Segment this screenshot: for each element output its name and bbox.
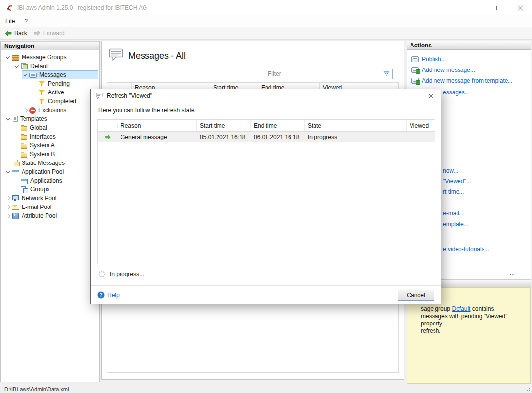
sidebar-item-system-a[interactable]: System A <box>13 141 98 150</box>
sidebar-item-interfaces[interactable]: Interfaces <box>13 132 98 141</box>
navigation-header: Navigation <box>1 41 99 50</box>
sidebar-item-pending[interactable]: Pending <box>30 79 98 88</box>
attribute-pool-icon <box>12 212 19 219</box>
help-icon: ? <box>97 291 105 299</box>
action-label: Add new message... <box>422 67 475 73</box>
column-start-time[interactable]: Start time <box>197 120 251 131</box>
chevron-spacer <box>13 124 21 132</box>
sidebar-item-applications[interactable]: Applications <box>13 176 98 185</box>
cell-reason: General message <box>118 133 197 141</box>
chevron-down-icon[interactable] <box>4 168 12 176</box>
forward-button[interactable]: Forward <box>31 28 69 39</box>
chevron-right-icon[interactable] <box>22 106 29 114</box>
minimize-button[interactable] <box>465 1 487 15</box>
cell-viewed <box>407 136 435 138</box>
action-fragment-messages[interactable]: essages... <box>443 89 470 96</box>
message-groups-icon <box>12 55 19 61</box>
sidebar-item-label: Templates <box>20 116 47 122</box>
column-icon[interactable] <box>98 124 118 128</box>
chevron-down-icon[interactable] <box>4 53 12 61</box>
network-pool-icon <box>12 195 19 202</box>
sidebar-item-groups[interactable]: Groups <box>13 185 98 194</box>
action-label: Add new message from template... <box>422 77 512 84</box>
action-fragment-viewed[interactable]: "Viewed"... <box>443 178 471 185</box>
publish-icon <box>411 56 419 62</box>
chevron-right-icon[interactable] <box>4 203 12 211</box>
dialog-title-bar[interactable]: Refresh "Viewed" <box>91 89 441 103</box>
messages-icon <box>29 73 37 78</box>
column-reason[interactable]: Reason <box>118 120 197 131</box>
chevron-right-icon[interactable] <box>4 212 12 220</box>
sidebar-item-default[interactable]: Default <box>13 62 98 70</box>
chevron-spacer <box>30 97 38 105</box>
sidebar-item-application-pool[interactable]: Application Pool <box>4 167 98 176</box>
column-state[interactable]: State <box>305 120 407 131</box>
maximize-button[interactable] <box>487 1 509 15</box>
help-link[interactable]: ? Help <box>97 291 120 299</box>
column-end-time[interactable]: End time <box>251 120 305 131</box>
folder-icon <box>21 126 27 131</box>
resize-grip[interactable] <box>529 390 530 391</box>
sidebar-item-messages[interactable]: Messages <box>22 70 98 79</box>
action-publish[interactable]: Publish... <box>407 54 531 65</box>
action-fragment-start-time[interactable]: rt time... <box>443 188 464 195</box>
app-icon <box>5 4 13 12</box>
info-text-line2: messages with pending "Viewed" property <box>421 313 524 327</box>
email-pool-icon <box>12 204 19 210</box>
action-fragment-ellipsis[interactable]: ... <box>510 269 515 276</box>
sidebar-item-exclusions[interactable]: Exclusions <box>22 106 98 115</box>
sidebar-item-completed[interactable]: Completed <box>30 97 98 106</box>
minimize-icon <box>474 8 479 8</box>
refresh-state-table: Reason Start time End time State Viewed … <box>97 119 435 264</box>
sidebar-item-label: Messages <box>39 71 66 78</box>
action-fragment-video-tutorials[interactable]: e video-tutorials... <box>443 246 489 253</box>
back-label: Back <box>14 30 27 37</box>
dialog-close-button[interactable] <box>423 91 438 101</box>
sidebar-item-network-pool[interactable]: Network Pool <box>4 194 98 203</box>
chevron-spacer <box>13 177 21 185</box>
messages-page-icon <box>109 48 124 62</box>
chevron-down-icon[interactable] <box>13 62 21 70</box>
help-label: Help <box>107 292 120 299</box>
table-row[interactable]: General message 05.01.2021 16:18 06.01.2… <box>98 132 435 142</box>
toolbar: Back Forward <box>0 27 532 40</box>
sidebar-item-static-messages[interactable]: Static Messages <box>4 159 98 167</box>
cell-start-time: 05.01.2021 16:18 <box>197 133 251 141</box>
sidebar-item-active[interactable]: Active <box>30 88 98 97</box>
sidebar-item-message-groups[interactable]: Message Groups <box>4 53 98 62</box>
menu-help[interactable]: ? <box>20 16 33 26</box>
chevron-down-icon[interactable] <box>4 115 12 123</box>
action-fragment-now[interactable]: now... <box>443 167 458 174</box>
refresh-table-header: Reason Start time End time State Viewed <box>98 120 435 132</box>
static-messages-icon <box>12 160 19 166</box>
action-add-message-from-template[interactable]: Add new message from template... <box>407 75 531 86</box>
dialog-status: In progress... <box>98 270 144 277</box>
sidebar-item-label: E-mail Pool <box>22 204 51 210</box>
back-button[interactable]: Back <box>2 28 31 39</box>
sidebar-item-attribute-pool[interactable]: Attribute Pool <box>4 211 98 220</box>
maximize-icon <box>496 6 501 10</box>
sidebar-item-global[interactable]: Global <box>13 123 98 132</box>
chevron-spacer <box>30 89 38 96</box>
default-group-link[interactable]: Default <box>452 305 470 312</box>
cancel-button[interactable]: Cancel <box>398 290 434 301</box>
chevron-down-icon[interactable] <box>22 71 29 79</box>
dialog-title: Refresh "Viewed" <box>107 92 423 99</box>
funnel-icon <box>38 80 46 87</box>
action-add-new-message[interactable]: Add new message... <box>407 65 531 75</box>
sidebar-item-label: Completed <box>48 98 76 105</box>
menu-file[interactable]: File <box>0 16 20 26</box>
filter-input[interactable] <box>265 70 383 77</box>
column-viewed[interactable]: Viewed <box>407 120 435 131</box>
sidebar-item-system-b[interactable]: System B <box>13 150 98 159</box>
sidebar-item-label: Active <box>48 89 64 96</box>
sidebar-item-email-pool[interactable]: E-mail Pool <box>4 203 98 211</box>
templates-icon <box>13 116 18 122</box>
close-button[interactable] <box>509 1 532 15</box>
chevron-right-icon[interactable] <box>4 194 12 202</box>
dialog-footer: ? Help Cancel <box>91 285 441 304</box>
sidebar-item-templates[interactable]: Templates <box>4 115 98 123</box>
action-fragment-template[interactable]: emplate... <box>443 221 469 228</box>
action-fragment-email[interactable]: e-mail... <box>443 210 464 217</box>
svg-text:?: ? <box>99 292 102 298</box>
